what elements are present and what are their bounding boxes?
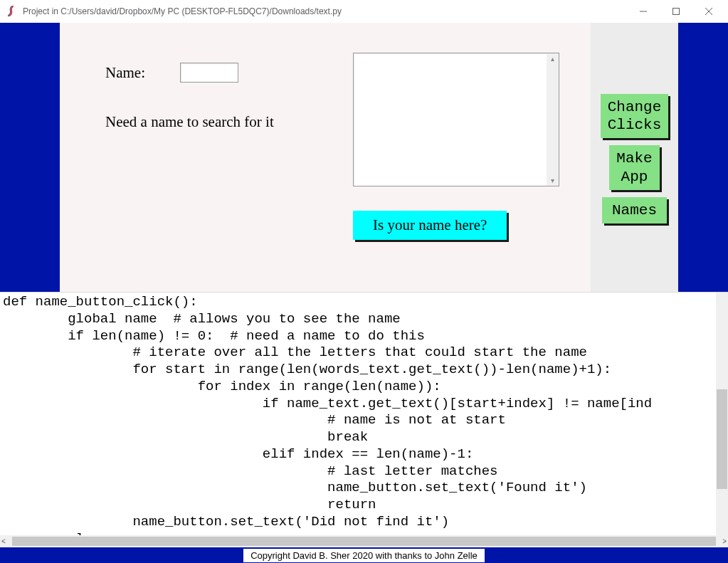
maximize-button[interactable] — [660, 0, 692, 23]
copyright-text: Copyright David B. Sher 2020 with thanks… — [243, 549, 485, 562]
window-controls — [627, 0, 725, 23]
footer: Copyright David B. Sher 2020 with thanks… — [0, 547, 728, 563]
scroll-left-icon[interactable]: < — [1, 537, 6, 545]
vertical-scroll-thumb[interactable] — [717, 389, 727, 489]
code-text[interactable]: def name_button_click(): global name # a… — [0, 293, 728, 547]
vertical-scrollbar[interactable] — [716, 293, 728, 535]
name-label: Name: — [105, 64, 145, 82]
response-label: Need a name to search for it — [105, 113, 274, 131]
name-input[interactable] — [180, 63, 238, 83]
app-icon — [6, 6, 17, 17]
check-name-button[interactable]: Is your name here? — [353, 211, 507, 240]
side-buttons-panel: Change Clicks Make App Names — [591, 23, 678, 292]
code-editor[interactable]: def name_button_click(): global name # a… — [0, 292, 728, 547]
words-textarea[interactable]: ▴ ▾ — [353, 53, 559, 186]
top-panel: Name: Need a name to search for it ▴ ▾ I… — [0, 23, 728, 292]
names-button[interactable]: Names — [602, 197, 667, 223]
scroll-right-icon[interactable]: > — [722, 537, 727, 545]
blue-gutter-right — [678, 23, 728, 292]
svg-rect-1 — [673, 9, 680, 15]
make-app-button[interactable]: Make App — [609, 145, 659, 189]
change-clicks-button[interactable]: Change Clicks — [601, 94, 669, 138]
textarea-scrollbar[interactable]: ▴ ▾ — [547, 53, 559, 186]
form-panel: Name: Need a name to search for it ▴ ▾ I… — [60, 23, 591, 292]
window-title: Project in C:/Users/david/Dropbox/My PC … — [23, 6, 627, 16]
close-button[interactable] — [692, 0, 725, 23]
titlebar: Project in C:/Users/david/Dropbox/My PC … — [0, 0, 728, 23]
blue-gutter-left — [0, 23, 60, 292]
horizontal-scroll-thumb[interactable] — [12, 537, 716, 546]
scroll-up-icon[interactable]: ▴ — [551, 53, 554, 64]
minimize-button[interactable] — [627, 0, 660, 23]
scroll-down-icon[interactable]: ▾ — [551, 175, 554, 186]
horizontal-scrollbar[interactable]: < > — [0, 535, 728, 547]
